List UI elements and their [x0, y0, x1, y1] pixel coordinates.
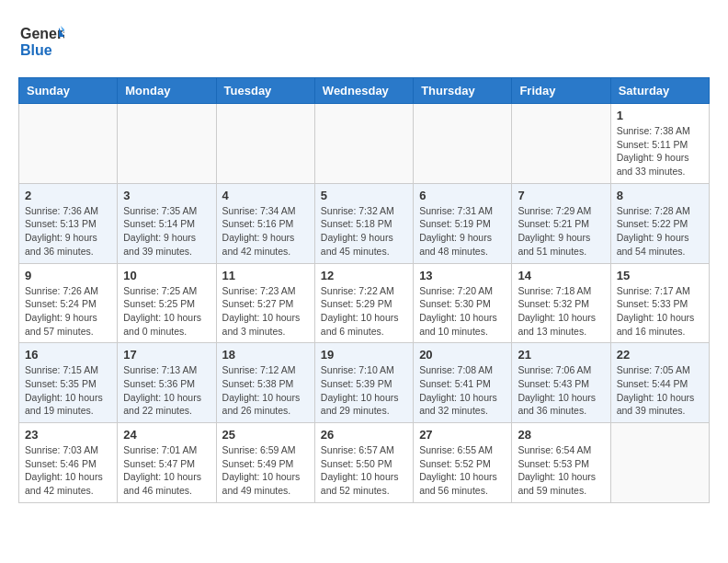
calendar-cell — [414, 104, 512, 184]
calendar-cell: 22Sunrise: 7:05 AM Sunset: 5:44 PM Dayli… — [610, 343, 709, 423]
day-number: 14 — [518, 269, 604, 282]
day-info: Sunrise: 7:20 AM Sunset: 5:30 PM Dayligh… — [419, 284, 506, 339]
day-info: Sunrise: 6:59 AM Sunset: 5:49 PM Dayligh… — [222, 443, 309, 498]
calendar-header-row: SundayMondayTuesdayWednesdayThursdayFrid… — [19, 78, 710, 104]
calendar-week-1: 1Sunrise: 7:38 AM Sunset: 5:11 PM Daylig… — [19, 104, 710, 184]
calendar-cell: 15Sunrise: 7:17 AM Sunset: 5:33 PM Dayli… — [610, 263, 709, 343]
day-number: 16 — [25, 348, 111, 362]
day-number: 5 — [321, 189, 407, 202]
logo: General Blue — [18, 18, 64, 68]
calendar-cell: 9Sunrise: 7:26 AM Sunset: 5:24 PM Daylig… — [19, 263, 118, 343]
day-info: Sunrise: 7:18 AM Sunset: 5:32 PM Dayligh… — [518, 284, 604, 339]
calendar-week-3: 9Sunrise: 7:26 AM Sunset: 5:24 PM Daylig… — [19, 263, 710, 343]
calendar-cell: 7Sunrise: 7:29 AM Sunset: 5:21 PM Daylig… — [512, 183, 610, 263]
calendar-cell: 14Sunrise: 7:18 AM Sunset: 5:32 PM Dayli… — [512, 263, 610, 343]
col-header-wednesday: Wednesday — [314, 78, 413, 104]
day-number: 10 — [123, 269, 210, 282]
calendar-cell: 3Sunrise: 7:35 AM Sunset: 5:14 PM Daylig… — [118, 183, 216, 263]
day-info: Sunrise: 6:54 AM Sunset: 5:53 PM Dayligh… — [518, 443, 604, 498]
calendar-week-4: 16Sunrise: 7:15 AM Sunset: 5:35 PM Dayli… — [19, 343, 710, 423]
day-number: 2 — [25, 189, 111, 202]
day-info: Sunrise: 7:34 AM Sunset: 5:16 PM Dayligh… — [222, 204, 309, 259]
day-number: 8 — [617, 189, 703, 202]
col-header-saturday: Saturday — [610, 78, 709, 104]
day-info: Sunrise: 7:25 AM Sunset: 5:25 PM Dayligh… — [123, 284, 210, 339]
day-number: 9 — [25, 269, 111, 282]
day-number: 21 — [518, 348, 604, 362]
calendar-cell: 4Sunrise: 7:34 AM Sunset: 5:16 PM Daylig… — [216, 183, 314, 263]
calendar-cell: 11Sunrise: 7:23 AM Sunset: 5:27 PM Dayli… — [216, 263, 314, 343]
day-info: Sunrise: 7:32 AM Sunset: 5:18 PM Dayligh… — [321, 204, 407, 259]
day-number: 27 — [419, 428, 506, 442]
day-info: Sunrise: 7:23 AM Sunset: 5:27 PM Dayligh… — [222, 284, 309, 339]
page-header: General Blue — [18, 18, 710, 68]
day-number: 7 — [518, 189, 604, 202]
calendar-cell: 12Sunrise: 7:22 AM Sunset: 5:29 PM Dayli… — [314, 263, 413, 343]
col-header-tuesday: Tuesday — [216, 78, 314, 104]
day-number: 19 — [321, 348, 407, 362]
calendar-cell: 5Sunrise: 7:32 AM Sunset: 5:18 PM Daylig… — [314, 183, 413, 263]
day-info: Sunrise: 7:12 AM Sunset: 5:38 PM Dayligh… — [222, 363, 309, 418]
col-header-sunday: Sunday — [19, 78, 118, 104]
calendar-cell: 8Sunrise: 7:28 AM Sunset: 5:22 PM Daylig… — [610, 183, 709, 263]
calendar-cell — [512, 104, 610, 184]
calendar-cell — [314, 104, 413, 184]
day-number: 15 — [617, 269, 703, 282]
day-info: Sunrise: 7:03 AM Sunset: 5:46 PM Dayligh… — [25, 443, 111, 498]
svg-text:General: General — [20, 26, 64, 41]
calendar-cell: 1Sunrise: 7:38 AM Sunset: 5:11 PM Daylig… — [610, 104, 709, 184]
calendar-cell — [19, 104, 118, 184]
calendar-cell: 23Sunrise: 7:03 AM Sunset: 5:46 PM Dayli… — [19, 423, 118, 503]
day-number: 13 — [419, 269, 506, 282]
col-header-friday: Friday — [512, 78, 610, 104]
day-number: 1 — [617, 109, 703, 122]
day-info: Sunrise: 7:06 AM Sunset: 5:43 PM Dayligh… — [518, 363, 604, 418]
calendar-week-2: 2Sunrise: 7:36 AM Sunset: 5:13 PM Daylig… — [19, 183, 710, 263]
calendar-cell: 26Sunrise: 6:57 AM Sunset: 5:50 PM Dayli… — [314, 423, 413, 503]
calendar-cell: 27Sunrise: 6:55 AM Sunset: 5:52 PM Dayli… — [414, 423, 512, 503]
calendar-week-5: 23Sunrise: 7:03 AM Sunset: 5:46 PM Dayli… — [19, 423, 710, 503]
col-header-thursday: Thursday — [414, 78, 512, 104]
day-info: Sunrise: 7:10 AM Sunset: 5:39 PM Dayligh… — [321, 363, 407, 418]
calendar-cell: 28Sunrise: 6:54 AM Sunset: 5:53 PM Dayli… — [512, 423, 610, 503]
calendar-cell: 16Sunrise: 7:15 AM Sunset: 5:35 PM Dayli… — [19, 343, 118, 423]
calendar-cell — [118, 104, 216, 184]
day-info: Sunrise: 7:35 AM Sunset: 5:14 PM Dayligh… — [123, 204, 210, 259]
day-number: 12 — [321, 269, 407, 282]
calendar-cell: 18Sunrise: 7:12 AM Sunset: 5:38 PM Dayli… — [216, 343, 314, 423]
day-info: Sunrise: 7:28 AM Sunset: 5:22 PM Dayligh… — [617, 204, 703, 259]
day-info: Sunrise: 7:05 AM Sunset: 5:44 PM Dayligh… — [617, 363, 703, 418]
day-info: Sunrise: 7:26 AM Sunset: 5:24 PM Dayligh… — [25, 284, 111, 339]
calendar-cell: 2Sunrise: 7:36 AM Sunset: 5:13 PM Daylig… — [19, 183, 118, 263]
day-info: Sunrise: 6:57 AM Sunset: 5:50 PM Dayligh… — [321, 443, 407, 498]
day-number: 18 — [222, 348, 309, 362]
calendar-cell: 13Sunrise: 7:20 AM Sunset: 5:30 PM Dayli… — [414, 263, 512, 343]
day-number: 28 — [518, 428, 604, 442]
day-info: Sunrise: 7:29 AM Sunset: 5:21 PM Dayligh… — [518, 204, 604, 259]
day-info: Sunrise: 7:17 AM Sunset: 5:33 PM Dayligh… — [617, 284, 703, 339]
calendar-cell: 6Sunrise: 7:31 AM Sunset: 5:19 PM Daylig… — [414, 183, 512, 263]
col-header-monday: Monday — [118, 78, 216, 104]
day-info: Sunrise: 7:15 AM Sunset: 5:35 PM Dayligh… — [25, 363, 111, 418]
day-info: Sunrise: 7:22 AM Sunset: 5:29 PM Dayligh… — [321, 284, 407, 339]
day-info: Sunrise: 7:31 AM Sunset: 5:19 PM Dayligh… — [419, 204, 506, 259]
day-number: 22 — [617, 348, 703, 362]
calendar-cell — [610, 423, 709, 503]
logo-icon: General Blue — [18, 18, 64, 64]
day-info: Sunrise: 7:01 AM Sunset: 5:47 PM Dayligh… — [123, 443, 210, 498]
day-info: Sunrise: 7:08 AM Sunset: 5:41 PM Dayligh… — [419, 363, 506, 418]
calendar-cell: 10Sunrise: 7:25 AM Sunset: 5:25 PM Dayli… — [118, 263, 216, 343]
calendar-table: SundayMondayTuesdayWednesdayThursdayFrid… — [18, 77, 710, 503]
day-number: 3 — [123, 189, 210, 202]
calendar-cell: 25Sunrise: 6:59 AM Sunset: 5:49 PM Dayli… — [216, 423, 314, 503]
day-info: Sunrise: 7:36 AM Sunset: 5:13 PM Dayligh… — [25, 204, 111, 259]
day-number: 11 — [222, 269, 309, 282]
calendar-cell: 21Sunrise: 7:06 AM Sunset: 5:43 PM Dayli… — [512, 343, 610, 423]
day-info: Sunrise: 6:55 AM Sunset: 5:52 PM Dayligh… — [419, 443, 506, 498]
day-number: 26 — [321, 428, 407, 442]
day-number: 17 — [123, 348, 210, 362]
calendar-cell: 20Sunrise: 7:08 AM Sunset: 5:41 PM Dayli… — [414, 343, 512, 423]
day-number: 23 — [25, 428, 111, 442]
calendar-cell: 17Sunrise: 7:13 AM Sunset: 5:36 PM Dayli… — [118, 343, 216, 423]
svg-text:Blue: Blue — [20, 42, 52, 58]
